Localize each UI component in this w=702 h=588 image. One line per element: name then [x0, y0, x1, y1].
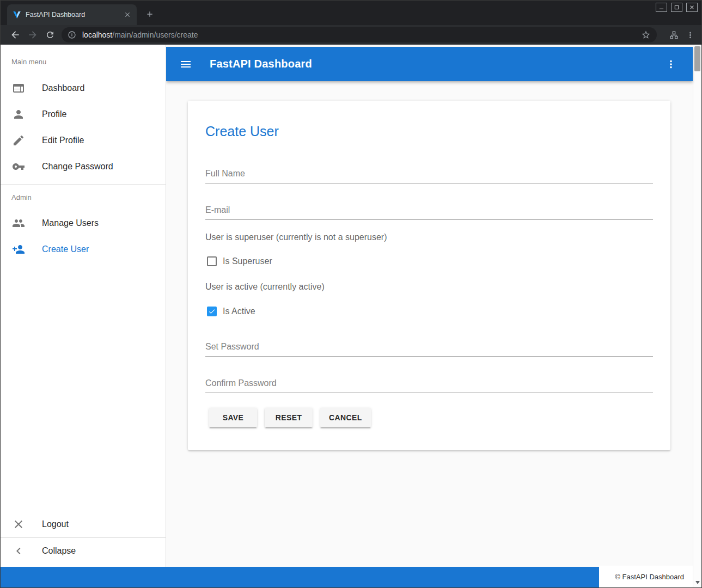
is-active-checkbox[interactable]	[207, 307, 217, 316]
create-user-card: Create User User is superuser (currently…	[188, 101, 670, 450]
sidebar-item-logout[interactable]: Logout	[1, 511, 166, 537]
is-superuser-checkbox-row[interactable]: Is Superuser	[207, 256, 653, 267]
key-icon	[12, 160, 25, 173]
vuetify-logo-icon	[13, 10, 21, 19]
sidebar-item-label: Collapse	[42, 546, 76, 556]
form-actions: SAVE RESET CANCEL	[205, 408, 653, 427]
scrollbar-thumb[interactable]	[694, 46, 700, 71]
superuser-hint: User is superuser (currently is not a su…	[205, 232, 653, 243]
sidebar-item-edit-profile[interactable]: Edit Profile	[1, 127, 166, 154]
sidebar-section-admin: Admin	[1, 193, 166, 202]
dashboard-icon	[12, 82, 25, 95]
sidebar-item-label: Logout	[42, 519, 69, 529]
sidebar-item-label: Edit Profile	[42, 136, 84, 145]
full-name-field	[205, 164, 653, 183]
url-host: localhost	[82, 30, 112, 39]
is-active-checkbox-row[interactable]: Is Active	[207, 306, 653, 317]
set-password-input[interactable]	[205, 338, 653, 357]
app-footer: © FastAPI Dashboard	[1, 567, 693, 587]
people-icon	[12, 217, 25, 230]
person-add-icon	[12, 243, 25, 256]
save-button[interactable]: SAVE	[209, 408, 257, 427]
forward-icon[interactable]	[25, 27, 41, 42]
browser-tab[interactable]: FastAPI Dashboard	[7, 4, 137, 25]
page-title: Create User	[205, 122, 653, 140]
sidebar-item-label: Change Password	[42, 162, 113, 171]
close-icon	[12, 518, 25, 531]
reload-icon[interactable]	[42, 27, 58, 42]
person-icon	[12, 108, 25, 121]
pencil-icon	[12, 134, 25, 147]
toolbar-right	[666, 27, 698, 42]
sidebar-item-collapse[interactable]: Collapse	[1, 538, 166, 564]
email-input[interactable]	[205, 201, 653, 220]
is-active-label: Is Active	[223, 307, 255, 316]
reset-button[interactable]: RESET	[265, 408, 313, 427]
window-controls	[656, 3, 698, 12]
bookmark-star-icon[interactable]	[640, 29, 651, 40]
maximize-button[interactable]	[671, 3, 682, 12]
sidebar-section-main-menu: Main menu	[1, 58, 166, 66]
app-bar: FastAPI Dashboard	[166, 47, 693, 81]
chevron-left-icon	[12, 544, 25, 558]
browser-window: FastAPI Dashboard	[0, 0, 702, 588]
sidebar-item-label: Profile	[42, 109, 66, 119]
full-name-input[interactable]	[205, 164, 653, 183]
tab-title: FastAPI Dashboard	[26, 11, 123, 19]
minimize-button[interactable]	[656, 3, 667, 12]
address-bar[interactable]: localhost/main/admin/users/create	[62, 27, 657, 42]
sidebar: Main menu Dashboard Profile Edit Profile…	[1, 45, 166, 567]
new-tab-button[interactable]	[143, 8, 156, 21]
scroll-down-arrow-icon[interactable]	[695, 581, 700, 584]
page-content: Main menu Dashboard Profile Edit Profile…	[1, 45, 701, 587]
site-info-icon[interactable]	[67, 30, 77, 40]
browser-titlebar: FastAPI Dashboard	[1, 1, 701, 25]
cancel-button[interactable]: CANCEL	[320, 408, 371, 427]
page-scrollbar[interactable]	[693, 45, 701, 587]
sidebar-divider	[1, 184, 166, 185]
sidebar-item-label: Manage Users	[42, 218, 99, 228]
is-superuser-label: Is Superuser	[223, 256, 272, 266]
tab-close-icon[interactable]	[123, 10, 132, 20]
browser-menu-icon[interactable]	[682, 27, 698, 42]
app-title: FastAPI Dashboard	[210, 58, 312, 70]
appbar-menu-icon[interactable]	[658, 51, 684, 77]
active-hint: User is active (currently active)	[205, 281, 653, 292]
confirm-password-field	[205, 374, 653, 393]
sidebar-item-manage-users[interactable]: Manage Users	[1, 210, 166, 236]
sidebar-bottom: Logout Collapse	[1, 511, 166, 567]
set-password-field	[205, 338, 653, 357]
close-button[interactable]	[686, 3, 698, 12]
sidebar-item-label: Dashboard	[42, 83, 84, 93]
browser-toolbar: localhost/main/admin/users/create	[1, 25, 701, 45]
hamburger-menu-icon[interactable]	[173, 51, 199, 77]
url-path: /main/admin/users/create	[112, 30, 198, 39]
email-field	[205, 201, 653, 220]
extensions-icon[interactable]	[666, 27, 682, 42]
sidebar-item-label: Create User	[42, 244, 89, 254]
sidebar-item-change-password[interactable]: Change Password	[1, 154, 166, 180]
main-area: Create User User is superuser (currently…	[166, 81, 693, 567]
sidebar-item-dashboard[interactable]: Dashboard	[1, 75, 166, 101]
sidebar-item-profile[interactable]: Profile	[1, 101, 166, 127]
is-superuser-checkbox[interactable]	[207, 256, 217, 266]
confirm-password-input[interactable]	[205, 374, 653, 393]
back-icon[interactable]	[7, 27, 23, 42]
sidebar-item-create-user[interactable]: Create User	[1, 236, 166, 262]
url-text: localhost/main/admin/users/create	[82, 30, 198, 39]
copyright: © FastAPI Dashboard	[599, 566, 693, 587]
